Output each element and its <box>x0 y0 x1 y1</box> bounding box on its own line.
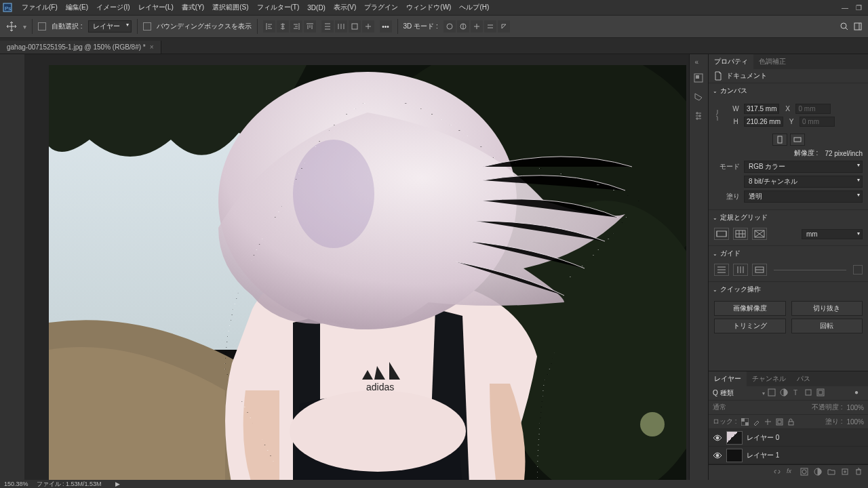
layer-row[interactable]: レイヤー 1 <box>709 447 868 464</box>
canvas-section-header[interactable]: ⌄ カンバス <box>709 83 868 98</box>
menu-filter[interactable]: フィルター(T) <box>253 3 304 12</box>
show-bbox-checkbox[interactable] <box>143 22 151 30</box>
3d-zoom-icon[interactable] <box>498 20 510 33</box>
grid-toggle-button[interactable] <box>733 228 748 240</box>
canvas-width-input[interactable]: 317.5 mm <box>744 104 779 114</box>
guide-color-icon[interactable] <box>853 265 863 274</box>
bit-depth-select[interactable]: 8 bit/チャンネル <box>744 176 863 188</box>
auto-select-checkbox[interactable] <box>38 22 46 30</box>
canvas-height-input[interactable]: 210.26 mm <box>744 117 783 127</box>
link-layers-icon[interactable] <box>773 468 783 477</box>
visibility-toggle-icon[interactable] <box>713 434 722 441</box>
filter-adjust-icon[interactable] <box>780 388 789 398</box>
guide-section-header[interactable]: ⌄ガイド <box>709 246 868 261</box>
opacity-value[interactable]: 100% <box>846 404 864 411</box>
layer-name[interactable]: レイヤー 1 <box>747 451 779 460</box>
adjustment-layer-icon[interactable] <box>814 468 823 477</box>
rotate-button[interactable]: 回転 <box>791 319 863 333</box>
lock-trans-icon[interactable] <box>741 418 749 426</box>
status-more-icon[interactable]: ▶ <box>115 481 120 487</box>
quick-section-header[interactable]: ⌄クイック操作 <box>709 282 868 297</box>
strip-expand-icon[interactable]: « <box>695 58 703 66</box>
window-restore-button[interactable]: ❐ <box>852 4 865 12</box>
menu-file[interactable]: ファイル(F) <box>18 3 62 12</box>
color-mode-select[interactable]: RGB カラー <box>744 161 863 173</box>
menu-3d[interactable]: 3D(D) <box>303 4 330 12</box>
layer-filter-kind[interactable]: Q 種類 <box>713 388 734 398</box>
properties-tab[interactable]: プロパティ <box>709 54 753 69</box>
new-layer-icon[interactable] <box>841 468 850 477</box>
document-canvas[interactable]: adidas <box>49 65 686 480</box>
new-group-icon[interactable] <box>827 468 837 477</box>
paths-tab[interactable]: パス <box>791 371 816 386</box>
menu-image[interactable]: イメージ(I) <box>92 3 134 12</box>
fill-opacity-value[interactable]: 100% <box>846 418 864 426</box>
trim-button[interactable]: トリミング <box>714 319 786 333</box>
blend-mode-select[interactable]: 通常 <box>713 403 726 412</box>
filter-type-icon[interactable]: T <box>792 388 802 398</box>
more-align-icon[interactable]: ••• <box>380 20 392 33</box>
3d-slide-icon[interactable] <box>484 20 496 33</box>
mask-icon[interactable] <box>800 468 810 477</box>
fill-select[interactable]: 透明 <box>744 190 863 203</box>
fx-icon[interactable]: fx <box>787 468 796 477</box>
orient-portrait-button[interactable] <box>772 134 787 146</box>
ruler-toggle-button[interactable] <box>714 228 729 240</box>
guide-h-button[interactable] <box>714 264 729 276</box>
menu-window[interactable]: ウィンドウ(W) <box>402 3 455 12</box>
3d-roll-icon[interactable] <box>457 20 469 33</box>
color-panel-icon[interactable] <box>693 73 705 85</box>
ruler-section-header[interactable]: ⌄定規とグリッド <box>709 210 868 225</box>
align-hcenter-icon[interactable] <box>277 20 289 33</box>
layer-row[interactable]: レイヤー 0 <box>709 429 868 447</box>
filter-toggle-icon[interactable]: ● <box>854 388 864 398</box>
3d-orbit-icon[interactable] <box>443 20 456 33</box>
link-wh-icon[interactable] <box>714 108 728 122</box>
guide-lock-button[interactable] <box>752 264 767 276</box>
align-left-icon[interactable] <box>263 20 275 33</box>
guide-v-button[interactable] <box>733 264 748 276</box>
search-icon[interactable] <box>840 22 849 31</box>
channels-tab[interactable]: チャンネル <box>747 371 791 386</box>
canvas-area[interactable]: adidas <box>24 54 689 480</box>
distribute-1-icon[interactable] <box>321 20 334 33</box>
distribute-3-icon[interactable] <box>349 20 361 33</box>
close-tab-icon[interactable]: × <box>150 43 154 51</box>
crop-button[interactable]: 切り抜き <box>791 301 863 316</box>
layer-name[interactable]: レイヤー 0 <box>747 433 779 443</box>
menu-view[interactable]: 表示(V) <box>330 3 360 12</box>
orient-landscape-button[interactable] <box>790 134 805 146</box>
pixel-grid-button[interactable] <box>752 228 767 240</box>
3d-pan-icon[interactable] <box>471 20 483 33</box>
file-size[interactable]: ファイル : 1.53M/1.53M <box>37 480 102 489</box>
filter-shape-icon[interactable] <box>804 388 814 398</box>
window-minimize-button[interactable]: — <box>838 4 852 12</box>
auto-select-target-select[interactable]: レイヤー <box>88 20 132 33</box>
lock-paint-icon[interactable] <box>753 418 760 426</box>
distribute-2-icon[interactable] <box>335 20 347 33</box>
align-right-icon[interactable] <box>290 20 302 33</box>
menu-layer[interactable]: レイヤー(L) <box>134 3 178 12</box>
swatches-panel-icon[interactable] <box>693 92 705 104</box>
adjustments-panel-icon[interactable] <box>693 110 705 123</box>
canvas-y-input[interactable]: 0 mm <box>800 117 835 127</box>
ruler-unit-select[interactable]: mm <box>802 229 863 239</box>
zoom-level[interactable]: 150.38% <box>4 481 28 487</box>
menu-edit[interactable]: 編集(E) <box>62 3 92 12</box>
canvas-x-input[interactable]: 0 mm <box>795 104 831 114</box>
align-top-icon[interactable] <box>304 20 316 33</box>
adjustments-tab[interactable]: 色調補正 <box>753 54 791 69</box>
filter-pixel-icon[interactable] <box>768 388 777 398</box>
document-tab[interactable]: gahag-0071525195-1.jpg @ 150% (RGB/8#) *… <box>0 41 161 54</box>
menu-plugin[interactable]: プラグイン <box>360 3 402 12</box>
layers-tab[interactable]: レイヤー <box>709 371 747 386</box>
lock-nest-icon[interactable] <box>776 418 783 426</box>
menu-select[interactable]: 選択範囲(S) <box>208 3 252 12</box>
move-tool-icon[interactable] <box>5 20 18 33</box>
menu-help[interactable]: ヘルプ(H) <box>455 3 493 12</box>
distribute-4-icon[interactable] <box>362 20 374 33</box>
delete-layer-icon[interactable] <box>854 468 864 477</box>
lock-all-icon[interactable] <box>787 418 795 426</box>
visibility-toggle-icon[interactable] <box>713 452 722 459</box>
image-size-button[interactable]: 画像解像度 <box>714 301 786 316</box>
